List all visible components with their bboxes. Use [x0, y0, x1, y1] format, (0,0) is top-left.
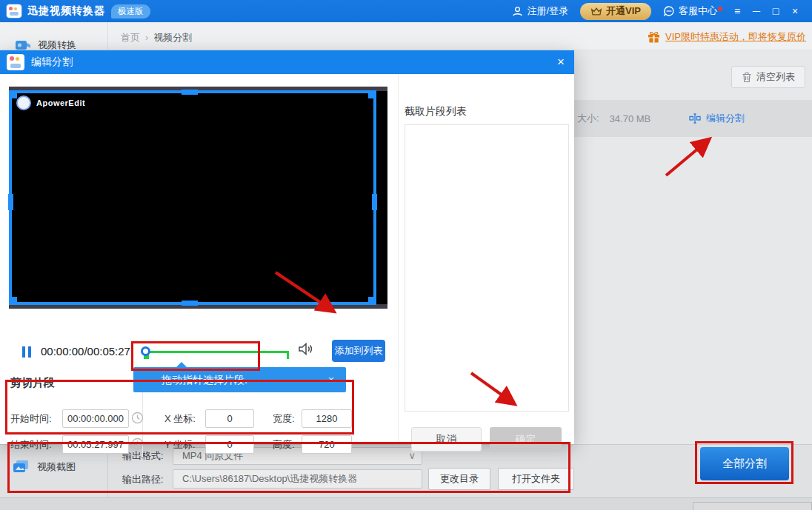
minimize-icon[interactable]: ─ — [747, 0, 766, 22]
split-all-button[interactable]: 全部分割 — [700, 447, 789, 480]
panel-divider — [398, 74, 399, 444]
file-list-panel: 清空列表 大小: 34.70 MB 编辑分割 — [574, 50, 812, 444]
video-convert-icon — [15, 39, 31, 50]
width-input[interactable] — [302, 409, 352, 428]
clear-list-button[interactable]: 清空列表 — [731, 66, 805, 88]
partial-element — [693, 502, 812, 510]
open-folder-button[interactable]: 打开文件夹 — [498, 468, 574, 490]
dialog-logo-icon — [7, 54, 24, 70]
crop-handle-se[interactable] — [368, 297, 376, 305]
crop-handle-ne[interactable] — [368, 90, 376, 98]
clock-icon[interactable] — [131, 412, 144, 427]
breadcrumb-current: 视频分割 — [153, 32, 192, 43]
time-display: 00:00:00/00:05:27 — [41, 345, 130, 358]
gift-icon — [648, 31, 660, 43]
breadcrumb-home[interactable]: 首页 — [121, 32, 140, 43]
y-coord-label: Y 坐标: — [164, 435, 196, 454]
dialog-close-icon[interactable]: × — [557, 50, 565, 74]
vip-banner-link[interactable]: VIP限时特惠活动，即将恢复原价 — [665, 30, 806, 44]
vip-banner[interactable]: VIP限时特惠活动，即将恢复原价 — [648, 30, 806, 44]
login-button[interactable]: 注册/登录 — [512, 4, 568, 18]
close-icon[interactable]: × — [785, 0, 805, 22]
edit-split-link[interactable]: 编辑分割 — [689, 112, 745, 125]
slider-end-marker — [287, 351, 289, 359]
maximize-icon[interactable]: □ — [766, 0, 785, 22]
tooltip-caret — [176, 362, 187, 367]
cancel-button[interactable]: 取消 — [411, 427, 482, 452]
crop-handle-sw[interactable] — [9, 297, 17, 305]
ok-button[interactable]: 确定 — [490, 427, 562, 452]
add-to-list-button[interactable]: 添加到列表 — [332, 340, 385, 362]
sidebar-item-label: 视频转换 — [38, 38, 76, 50]
clear-list-label: 清空列表 — [756, 70, 795, 84]
y-coord-input[interactable] — [205, 435, 254, 454]
menu-icon[interactable]: ≡ — [728, 0, 747, 22]
crop-handle-w[interactable] — [8, 194, 13, 210]
dialog-header: 编辑分割 × — [0, 50, 574, 74]
breadcrumb-strip: 视频转换 首页›视频分割 VIP限时特惠活动，即将恢复原价 — [0, 22, 812, 50]
watermark: ApowerEdit — [16, 95, 85, 110]
x-coord-input[interactable] — [205, 409, 254, 428]
x-coord-label: X 坐标: — [164, 409, 196, 428]
sidebar-item-video-screenshot[interactable]: 视频截图 — [13, 460, 76, 474]
breadcrumb-separator: › — [145, 32, 148, 43]
video-preview[interactable]: ApowerEdit — [9, 87, 387, 309]
support-label: 客服中心 — [679, 4, 717, 18]
segments-list[interactable] — [405, 124, 569, 412]
crop-handle-s[interactable] — [182, 301, 198, 306]
edit-split-dialog: 编辑分割 × ApowerEdit 00:00:00/0 — [0, 50, 574, 444]
tooltip-close-icon[interactable]: × — [328, 367, 334, 392]
version-badge: 极速版 — [111, 4, 150, 19]
watermark-text: ApowerEdit — [36, 98, 85, 107]
trash-icon — [742, 72, 752, 83]
end-time-input[interactable] — [62, 435, 129, 454]
notification-dot — [718, 7, 722, 11]
file-row[interactable]: 大小: 34.70 MB 编辑分割 — [574, 100, 812, 137]
login-label: 注册/登录 — [527, 4, 568, 18]
edit-split-label: 编辑分割 — [706, 112, 745, 125]
bottom-strip — [0, 497, 812, 510]
end-time-label: 结束时间: — [10, 435, 52, 454]
pause-button[interactable] — [22, 346, 31, 358]
clock-icon[interactable] — [131, 437, 144, 453]
start-time-label: 开始时间: — [10, 409, 52, 428]
chat-bubble-icon — [663, 5, 675, 17]
crown-icon — [590, 7, 602, 16]
split-icon — [689, 113, 701, 124]
sidebar-divider — [107, 22, 108, 50]
file-size-value: 34.70 MB — [610, 113, 651, 124]
cut-section-title: 剪切片段 — [10, 376, 55, 390]
support-center-button[interactable]: 客服中心 — [663, 4, 717, 18]
change-directory-button[interactable]: 更改目录 — [428, 468, 490, 490]
tooltip-text: 拖动指针选择片段. — [162, 367, 247, 392]
progress-slider[interactable] — [145, 351, 289, 353]
dialog-body: ApowerEdit 00:00:00/00:05:27 添加到列表 剪切片段 … — [0, 74, 574, 444]
width-label: 宽度: — [273, 409, 295, 428]
open-vip-label: 开通VIP — [606, 4, 641, 18]
output-path-field[interactable]: C:\Users\86187\Desktop\迅捷视频转换器 — [173, 469, 422, 489]
app-title: 迅捷视频转换器 — [27, 4, 105, 18]
file-size-label: 大小: — [577, 112, 599, 125]
breadcrumb: 首页›视频分割 — [121, 31, 192, 44]
segments-panel-title: 截取片段列表 — [405, 105, 467, 118]
sidebar-item-video-convert[interactable]: 视频转换 — [15, 38, 76, 50]
height-label: 高度: — [273, 435, 295, 454]
titlebar: 迅捷视频转换器 极速版 注册/登录 开通VIP 客服中心 ≡ ─ □ × — [0, 0, 812, 22]
crop-selection[interactable] — [9, 90, 376, 305]
tooltip: 拖动指针选择片段. × — [133, 367, 346, 392]
start-time-input[interactable] — [62, 409, 129, 428]
crop-handle-e[interactable] — [372, 194, 377, 210]
output-path-label: 输出路径: — [122, 473, 164, 486]
video-screenshot-icon — [13, 460, 30, 474]
crop-handle-n[interactable] — [182, 90, 198, 95]
volume-icon[interactable] — [298, 342, 313, 359]
open-vip-button[interactable]: 开通VIP — [580, 3, 651, 20]
dialog-title: 编辑分割 — [31, 56, 73, 69]
app-logo-icon — [7, 4, 21, 18]
slider-handle[interactable] — [141, 346, 150, 356]
sidebar-item-label: 视频截图 — [37, 460, 76, 474]
person-icon — [512, 6, 523, 17]
height-input[interactable] — [302, 435, 352, 454]
film-reel-icon — [16, 95, 31, 110]
